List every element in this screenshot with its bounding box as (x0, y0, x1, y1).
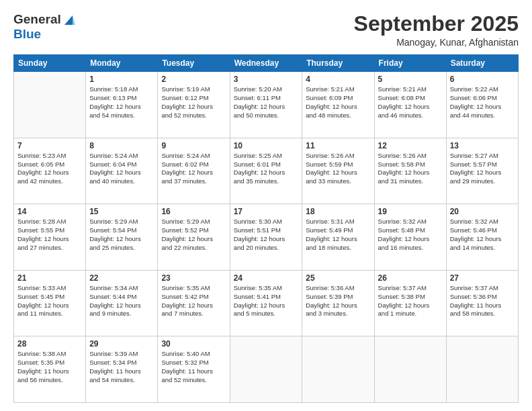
day-number: 13 (450, 141, 515, 150)
day-info: Sunrise: 5:21 AM Sunset: 6:09 PM Dayligh… (306, 85, 370, 120)
week-row-3: 14Sunrise: 5:28 AM Sunset: 5:55 PM Dayli… (14, 204, 519, 271)
day-number: 27 (450, 273, 515, 283)
day-number: 29 (89, 339, 154, 349)
calendar-cell: 22Sunrise: 5:34 AM Sunset: 5:44 PM Dayli… (86, 270, 158, 336)
day-info: Sunrise: 5:32 AM Sunset: 5:48 PM Dayligh… (378, 218, 443, 252)
day-number: 9 (161, 141, 226, 150)
day-info: Sunrise: 5:38 AM Sunset: 5:35 PM Dayligh… (17, 350, 82, 384)
day-number: 23 (161, 273, 226, 283)
weekday-header-saturday: Saturday (446, 55, 518, 72)
day-number: 19 (378, 207, 443, 216)
calendar-cell: 30Sunrise: 5:40 AM Sunset: 5:32 PM Dayli… (158, 336, 230, 403)
day-info: Sunrise: 5:24 AM Sunset: 6:02 PM Dayligh… (161, 152, 226, 186)
calendar-cell: 1Sunrise: 5:18 AM Sunset: 6:13 PM Daylig… (86, 72, 158, 138)
week-row-4: 21Sunrise: 5:33 AM Sunset: 5:45 PM Dayli… (14, 270, 519, 336)
calendar-cell: 21Sunrise: 5:33 AM Sunset: 5:45 PM Dayli… (14, 270, 86, 336)
day-info: Sunrise: 5:28 AM Sunset: 5:55 PM Dayligh… (17, 218, 82, 252)
calendar-cell (374, 336, 446, 403)
header: General Blue September 2025 Manogay, Kun… (13, 12, 519, 48)
day-info: Sunrise: 5:24 AM Sunset: 6:04 PM Dayligh… (89, 152, 154, 186)
day-info: Sunrise: 5:30 AM Sunset: 5:51 PM Dayligh… (234, 218, 299, 252)
day-number: 24 (234, 273, 299, 283)
calendar-cell: 10Sunrise: 5:25 AM Sunset: 6:01 PM Dayli… (230, 138, 302, 204)
calendar-cell (446, 336, 518, 403)
day-number: 12 (378, 141, 443, 150)
day-number: 5 (378, 75, 443, 84)
day-info: Sunrise: 5:27 AM Sunset: 5:57 PM Dayligh… (450, 152, 515, 186)
calendar-cell: 27Sunrise: 5:37 AM Sunset: 5:36 PM Dayli… (446, 270, 518, 336)
calendar-cell: 6Sunrise: 5:22 AM Sunset: 6:06 PM Daylig… (446, 72, 518, 138)
day-info: Sunrise: 5:40 AM Sunset: 5:32 PM Dayligh… (161, 350, 226, 384)
calendar-table: SundayMondayTuesdayWednesdayThursdayFrid… (13, 54, 519, 403)
day-info: Sunrise: 5:31 AM Sunset: 5:49 PM Dayligh… (306, 218, 370, 252)
day-info: Sunrise: 5:25 AM Sunset: 6:01 PM Dayligh… (234, 152, 299, 186)
month-title: September 2025 (354, 12, 519, 36)
day-info: Sunrise: 5:18 AM Sunset: 6:13 PM Dayligh… (89, 85, 154, 120)
weekday-header-row: SundayMondayTuesdayWednesdayThursdayFrid… (14, 55, 519, 72)
day-number: 21 (17, 273, 82, 283)
day-info: Sunrise: 5:21 AM Sunset: 6:08 PM Dayligh… (378, 85, 443, 120)
day-number: 3 (234, 75, 299, 84)
day-number: 26 (378, 273, 443, 283)
calendar-cell: 9Sunrise: 5:24 AM Sunset: 6:02 PM Daylig… (158, 138, 230, 204)
calendar-cell: 17Sunrise: 5:30 AM Sunset: 5:51 PM Dayli… (230, 204, 302, 271)
day-info: Sunrise: 5:35 AM Sunset: 5:42 PM Dayligh… (161, 284, 226, 318)
calendar-cell: 11Sunrise: 5:26 AM Sunset: 5:59 PM Dayli… (302, 138, 374, 204)
day-number: 18 (306, 207, 370, 216)
weekday-header-monday: Monday (86, 55, 158, 72)
day-number: 1 (89, 75, 154, 84)
day-info: Sunrise: 5:20 AM Sunset: 6:11 PM Dayligh… (234, 85, 299, 120)
day-number: 30 (161, 339, 226, 349)
calendar-cell: 28Sunrise: 5:38 AM Sunset: 5:35 PM Dayli… (14, 336, 86, 403)
day-info: Sunrise: 5:32 AM Sunset: 5:46 PM Dayligh… (450, 218, 515, 252)
calendar-cell: 12Sunrise: 5:26 AM Sunset: 5:58 PM Dayli… (374, 138, 446, 204)
calendar-cell: 16Sunrise: 5:29 AM Sunset: 5:52 PM Dayli… (158, 204, 230, 271)
calendar-cell: 24Sunrise: 5:35 AM Sunset: 5:41 PM Dayli… (230, 270, 302, 336)
calendar-cell: 14Sunrise: 5:28 AM Sunset: 5:55 PM Dayli… (14, 204, 86, 271)
calendar-cell: 20Sunrise: 5:32 AM Sunset: 5:46 PM Dayli… (446, 204, 518, 271)
day-info: Sunrise: 5:29 AM Sunset: 5:52 PM Dayligh… (161, 218, 226, 252)
svg-marker-0 (64, 15, 73, 25)
day-number: 20 (450, 207, 515, 216)
day-number: 17 (234, 207, 299, 216)
calendar-cell: 13Sunrise: 5:27 AM Sunset: 5:57 PM Dayli… (446, 138, 518, 204)
calendar-cell: 25Sunrise: 5:36 AM Sunset: 5:39 PM Dayli… (302, 270, 374, 336)
weekday-header-friday: Friday (374, 55, 446, 72)
day-number: 11 (306, 141, 370, 150)
calendar-cell: 5Sunrise: 5:21 AM Sunset: 6:08 PM Daylig… (374, 72, 446, 138)
day-number: 25 (306, 273, 370, 283)
calendar-cell: 23Sunrise: 5:35 AM Sunset: 5:42 PM Dayli… (158, 270, 230, 336)
day-info: Sunrise: 5:26 AM Sunset: 5:59 PM Dayligh… (306, 152, 370, 186)
calendar-cell (302, 336, 374, 403)
title-block: September 2025 Manogay, Kunar, Afghanist… (354, 12, 519, 48)
day-number: 22 (89, 273, 154, 283)
day-info: Sunrise: 5:35 AM Sunset: 5:41 PM Dayligh… (234, 284, 299, 318)
day-info: Sunrise: 5:37 AM Sunset: 5:38 PM Dayligh… (378, 284, 443, 318)
calendar-cell: 3Sunrise: 5:20 AM Sunset: 6:11 PM Daylig… (230, 72, 302, 138)
day-number: 14 (17, 207, 82, 216)
calendar-cell: 4Sunrise: 5:21 AM Sunset: 6:09 PM Daylig… (302, 72, 374, 138)
blue-text: Blue (13, 27, 41, 41)
calendar-cell: 7Sunrise: 5:23 AM Sunset: 6:05 PM Daylig… (14, 138, 86, 204)
weekday-header-thursday: Thursday (302, 55, 374, 72)
calendar-cell: 15Sunrise: 5:29 AM Sunset: 5:54 PM Dayli… (86, 204, 158, 271)
calendar-cell: 8Sunrise: 5:24 AM Sunset: 6:04 PM Daylig… (86, 138, 158, 204)
week-row-2: 7Sunrise: 5:23 AM Sunset: 6:05 PM Daylig… (14, 138, 519, 204)
svg-marker-1 (73, 15, 75, 25)
day-info: Sunrise: 5:29 AM Sunset: 5:54 PM Dayligh… (89, 218, 154, 252)
day-number: 8 (89, 141, 154, 150)
day-info: Sunrise: 5:39 AM Sunset: 5:34 PM Dayligh… (89, 350, 154, 384)
week-row-1: 1Sunrise: 5:18 AM Sunset: 6:13 PM Daylig… (14, 72, 519, 138)
calendar-cell: 2Sunrise: 5:19 AM Sunset: 6:12 PM Daylig… (158, 72, 230, 138)
day-info: Sunrise: 5:19 AM Sunset: 6:12 PM Dayligh… (161, 85, 226, 120)
day-info: Sunrise: 5:36 AM Sunset: 5:39 PM Dayligh… (306, 284, 370, 318)
day-info: Sunrise: 5:26 AM Sunset: 5:58 PM Dayligh… (378, 152, 443, 186)
day-info: Sunrise: 5:37 AM Sunset: 5:36 PM Dayligh… (450, 284, 515, 318)
day-number: 10 (234, 141, 299, 150)
day-number: 4 (306, 75, 370, 84)
day-number: 16 (161, 207, 226, 216)
weekday-header-wednesday: Wednesday (230, 55, 302, 72)
calendar-cell (14, 72, 86, 138)
calendar-cell (230, 336, 302, 403)
location: Manogay, Kunar, Afghanistan (354, 37, 519, 48)
